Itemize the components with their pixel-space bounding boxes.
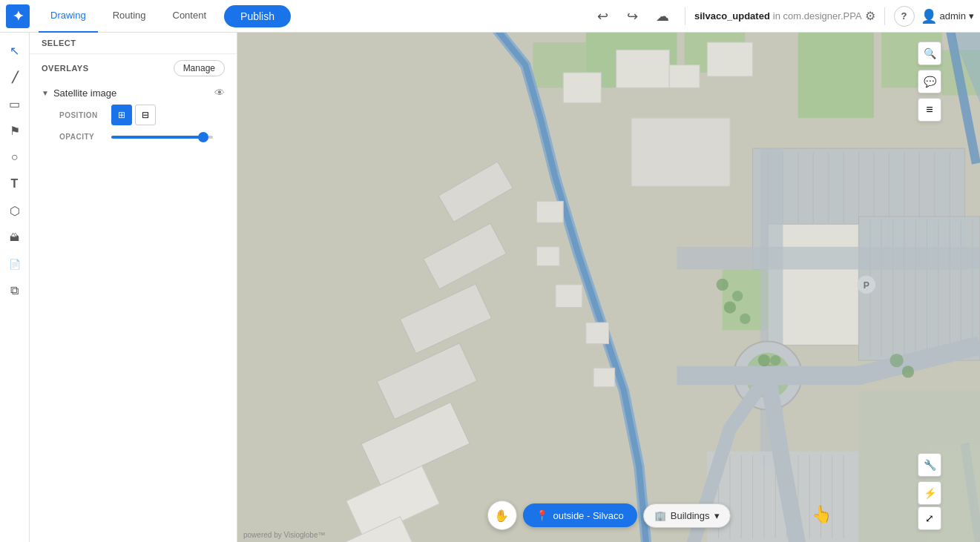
position-front-button[interactable]: ⊟ (135, 105, 156, 125)
position-label: POSITION (59, 111, 111, 119)
buildings-label: Buildings (671, 510, 710, 521)
tab-drawing[interactable]: Drawing (39, 0, 98, 33)
undo-button[interactable]: ↩ (590, 3, 616, 30)
box3d-tool-icon[interactable]: ⬡ (3, 199, 27, 222)
buildings-dropdown-icon: ▾ (714, 510, 720, 521)
list-map-button[interactable]: ≡ (918, 98, 941, 122)
overlays-title: OVERLAYS (42, 64, 89, 73)
map-area[interactable]: P (237, 33, 980, 542)
rect-tool-icon[interactable]: ▭ (3, 92, 27, 116)
help-button[interactable]: ? (894, 6, 915, 27)
map-canvas: P (237, 33, 980, 542)
app-logo: ✦ (6, 4, 30, 28)
position-row: POSITION ⊞ ⊟ (59, 105, 213, 125)
left-tool-rail: ↖ ╱ ▭ ⚑ ○ T ⬡ 🏔 📄 ⧉ (0, 33, 30, 542)
layer-header: ▼ Satellite image 👁 (42, 87, 225, 99)
tab-content[interactable]: Content (161, 0, 219, 33)
opacity-row: OPACITY (59, 133, 213, 141)
text-tool-icon[interactable]: T (3, 172, 27, 196)
wrench-map-button[interactable]: 🔧 (918, 453, 941, 477)
project-context: in com.designer.PPA (773, 10, 862, 22)
circle-tool-icon[interactable]: ○ (3, 145, 27, 169)
powered-by-text: powered by Visioglobe™ (243, 531, 325, 539)
position-controls: ⊞ ⊟ (111, 105, 156, 125)
cloud-button[interactable]: ☁ (649, 3, 676, 30)
layer-name: Satellite image (53, 87, 210, 99)
location-icon: 📍 (536, 509, 548, 521)
overlays-header: OVERLAYS Manage (30, 53, 237, 82)
manage-button[interactable]: Manage (174, 60, 225, 76)
select-tool-icon[interactable]: ↖ (3, 39, 27, 62)
map-bottom-bar: ✋ 📍 outside - Silvaco 🏢 Buildings ▾ (487, 500, 730, 530)
position-behind-button[interactable]: ⊞ (111, 105, 132, 125)
expand-map-button[interactable]: ⤢ (918, 506, 941, 530)
search-map-button[interactable]: 🔍 (918, 42, 941, 65)
document-tool-icon[interactable]: 📄 (3, 252, 27, 276)
buildings-button[interactable]: 🏢 Buildings ▾ (643, 503, 731, 528)
publish-button[interactable]: Publish (224, 5, 291, 27)
location-button[interactable]: 📍 outside - Silvaco (522, 503, 637, 527)
layers-tool-icon[interactable]: ⧉ (3, 279, 27, 303)
opacity-slider[interactable] (111, 136, 213, 139)
line-tool-icon[interactable]: ╱ (3, 65, 27, 89)
topbar: ✦ Drawing Routing Content Publish ↩ ↪ ☁ … (0, 0, 980, 33)
user-icon: 👤 (921, 8, 937, 24)
image-tool-icon[interactable]: 🏔 (3, 225, 27, 249)
settings-icon[interactable]: ⚙ (865, 9, 875, 23)
location-label: outside - Silvaco (553, 510, 623, 521)
tab-routing[interactable]: Routing (101, 0, 158, 33)
redo-button[interactable]: ↪ (619, 3, 646, 30)
side-panel: SELECT OVERLAYS Manage ▼ Satellite image… (30, 33, 237, 542)
svg-rect-85 (237, 33, 980, 542)
project-info: silvaco_updated in com.designer.PPA (694, 10, 862, 22)
flag-tool-icon[interactable]: ⚑ (3, 119, 27, 142)
layer-properties: POSITION ⊞ ⊟ OPACITY (42, 99, 225, 144)
layer-visibility-icon[interactable]: 👁 (214, 87, 225, 99)
buildings-icon: 🏢 (654, 510, 666, 521)
select-section-label: SELECT (30, 33, 237, 53)
opacity-label: OPACITY (59, 133, 111, 141)
admin-label: admin (940, 10, 966, 22)
main-layout: ↖ ╱ ▭ ⚑ ○ T ⬡ 🏔 📄 ⧉ SELECT OVERLAYS Mana… (0, 33, 980, 542)
layer-chevron-icon[interactable]: ▼ (42, 89, 49, 97)
admin-button[interactable]: 👤 admin ▾ (921, 8, 974, 24)
admin-dropdown-icon: ▾ (969, 10, 974, 22)
topbar-right: ? 👤 admin ▾ (894, 6, 974, 27)
bolt-map-button[interactable]: ⚡ (918, 481, 941, 505)
satellite-layer-item: ▼ Satellite image 👁 POSITION ⊞ ⊟ OPACITY (30, 82, 237, 148)
hand-tool-button[interactable]: ✋ (487, 500, 516, 530)
project-name: silvaco_updated (694, 10, 770, 22)
chat-map-button[interactable]: 💬 (918, 70, 941, 93)
